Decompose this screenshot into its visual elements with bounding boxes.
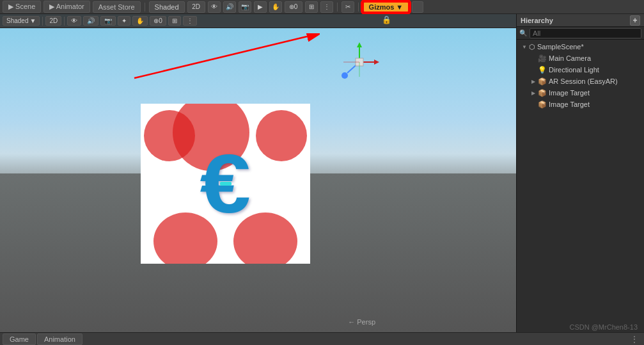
hierarchy-add-btn[interactable]: +: [630, 15, 640, 26]
gizmos-chevron: ▼: [396, 3, 403, 11]
tab-animation[interactable]: Animation: [37, 333, 82, 345]
svg-point-5: [342, 72, 348, 79]
scissors-icon[interactable]: ✂: [342, 1, 354, 13]
sep-3: [358, 3, 359, 12]
svg-marker-3: [374, 60, 379, 65]
vp-sep1: [42, 17, 43, 26]
no-expand-it2: [531, 102, 536, 107]
no-expand-icon2: [531, 67, 536, 72]
zero-btn[interactable]: ⊕0: [285, 1, 302, 13]
hierarchy-tree: ▼ ⬡ SampleScene* 🎥 Main Camera 💡 Directi…: [517, 40, 644, 332]
image-target-1-label: Image Target: [549, 89, 590, 97]
tree-item-main-camera[interactable]: 🎥 Main Camera: [517, 52, 644, 64]
bottom-more-btn[interactable]: ⋮: [627, 334, 641, 344]
tree-item-image-target-2[interactable]: 📦 Image Target: [517, 99, 644, 110]
top-toolbar: ▶ Scene ▶ Animator Asset Store Shaded 2D…: [0, 0, 644, 14]
red-blob-right: [256, 110, 307, 161]
csdn-watermark: CSDN @MrChen8-13: [569, 323, 638, 331]
vp-fx-btn[interactable]: ✦: [118, 16, 130, 26]
main-camera-label: Main Camera: [549, 54, 591, 62]
gizmo-widget: [337, 40, 382, 84]
expand-ar-icon: ▶: [531, 79, 536, 84]
hierarchy-search-bar: 🔍: [517, 27, 644, 40]
play-btn[interactable]: ▶: [254, 1, 267, 13]
search-icon: 🔍: [519, 29, 527, 36]
vp-more-btn[interactable]: ⋮: [183, 16, 197, 26]
lock-icon[interactable]: 🔒: [382, 15, 391, 24]
image-target-1-icon: 📦: [538, 89, 547, 97]
scene-icon: ⬡: [529, 43, 535, 51]
hierarchy-title: Hierarchy: [521, 17, 553, 24]
viewport-toolbar: Shaded ▼ 2D 👁 🔊 📷 ✦ ✋ ⊕0 ⊞ ⋮: [0, 14, 516, 28]
camera-btn[interactable]: 📷: [239, 1, 251, 13]
hierarchy-panel: Hierarchy + 🔍 ▼ ⬡ SampleScene* 🎥 Main Ca…: [516, 14, 644, 332]
tree-item-ar-session[interactable]: ▶ 📦 AR Session (EasyAR): [517, 76, 644, 87]
hierarchy-search-input[interactable]: [530, 28, 641, 38]
tab-asset-store[interactable]: Asset Store: [93, 1, 141, 13]
image-target-2-icon: 📦: [538, 100, 547, 109]
speaker-btn[interactable]: 🔊: [223, 1, 236, 13]
sep-1: [145, 3, 145, 12]
vp-sep2: [64, 17, 65, 26]
tree-item-image-target-1[interactable]: ▶ 📦 Image Target: [517, 87, 644, 99]
vp-speaker-btn[interactable]: 🔊: [83, 16, 98, 26]
hierarchy-header: Hierarchy +: [517, 14, 644, 27]
vp-hand-btn[interactable]: ✋: [132, 16, 148, 26]
vp-2d-btn[interactable]: 2D: [45, 16, 61, 26]
aspect-btn[interactable]: [412, 1, 423, 13]
view-mode-btn[interactable]: Shaded: [149, 1, 185, 13]
vp-eye-btn[interactable]: 👁: [67, 16, 81, 26]
tree-item-samplescene[interactable]: ▼ ⬡ SampleScene*: [517, 41, 644, 52]
main-layout: Shaded ▼ 2D 👁 🔊 📷 ✦ ✋ ⊕0 ⊞ ⋮ €: [0, 14, 644, 332]
image-target-inner: €: [141, 104, 310, 264]
more-btn[interactable]: ⋮: [320, 1, 333, 13]
directional-light-label: Directional Light: [549, 66, 599, 74]
no-expand-icon: [531, 56, 536, 61]
light-icon: 💡: [538, 66, 547, 74]
ar-session-label: AR Session (EasyAR): [549, 77, 618, 85]
tab-scene[interactable]: ▶ Scene: [3, 1, 41, 13]
hand-btn[interactable]: ✋: [269, 1, 282, 13]
red-blob-left: [144, 110, 195, 161]
ar-session-icon: 📦: [538, 77, 547, 86]
expand-it1-icon: ▶: [531, 90, 536, 95]
image-target-card: €: [141, 104, 310, 264]
scene-viewport[interactable]: Shaded ▼ 2D 👁 🔊 📷 ✦ ✋ ⊕0 ⊞ ⋮ €: [0, 14, 516, 332]
teal-indicator: [220, 182, 232, 186]
gizmos-button[interactable]: Gizmos ▼: [363, 1, 410, 13]
eye-btn[interactable]: 👁: [208, 1, 221, 13]
vp-camera-btn[interactable]: 📷: [100, 16, 116, 26]
svg-marker-1: [357, 42, 362, 47]
scene-name-label: SampleScene*: [537, 43, 584, 51]
tab-animator[interactable]: ▶ Animator: [43, 1, 90, 13]
tree-item-directional-light[interactable]: 💡 Directional Light: [517, 64, 644, 76]
expand-icon: ▼: [522, 44, 527, 49]
persp-label: ← Persp: [348, 318, 375, 326]
bottom-tabs: Game Animation ⋮: [0, 332, 644, 345]
vp-shaded-btn[interactable]: Shaded ▼: [3, 16, 40, 26]
dim-mode-btn[interactable]: 2D: [187, 1, 205, 13]
vp-count-btn[interactable]: ⊕0: [150, 16, 166, 26]
tab-game[interactable]: Game: [3, 333, 36, 345]
vp-grid-btn[interactable]: ⊞: [168, 16, 181, 26]
sep-2: [337, 3, 338, 12]
gizmos-label: Gizmos: [369, 3, 395, 11]
camera-icon: 🎥: [538, 54, 547, 63]
grid-btn[interactable]: ⊞: [305, 1, 318, 13]
image-target-2-label: Image Target: [549, 100, 590, 108]
